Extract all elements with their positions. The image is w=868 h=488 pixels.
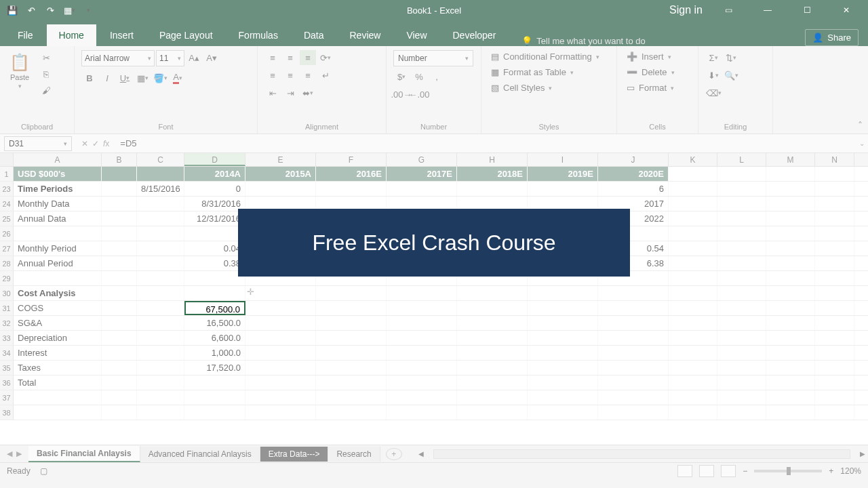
row-header[interactable]: 23 [0,182,14,196]
font-name-combo[interactable]: Arial Narrow▾ [81,50,155,66]
signin-link[interactable]: Sign in [669,4,703,16]
tab-data[interactable]: Data [292,24,336,46]
cell[interactable] [669,331,717,345]
cell[interactable] [669,241,717,256]
cell[interactable] [766,167,815,181]
cell[interactable] [457,405,528,420]
sheet-nav-prev-icon[interactable]: ◀ [7,449,12,458]
cell[interactable] [669,375,717,390]
qat-borders-icon[interactable]: ▦▾ [64,5,75,16]
cell[interactable] [245,390,316,405]
cell[interactable]: 8/15/2016 [137,182,184,196]
hscroll-left-icon[interactable]: ◀ [416,450,427,458]
cell[interactable] [815,182,854,196]
zoom-level[interactable]: 120% [840,466,861,476]
cell[interactable] [669,182,717,196]
cell[interactable] [14,226,102,241]
cell[interactable] [669,167,717,181]
row-header[interactable]: 34 [0,346,14,360]
cell[interactable] [717,226,766,241]
col-header[interactable]: I [528,153,598,166]
cell[interactable]: 6 [598,182,669,196]
format-cells-button[interactable]: ▭ Format ▾ [624,81,677,94]
sheet-tab[interactable]: Basic Financial Anlaysis [28,446,140,462]
cell[interactable] [102,256,137,270]
cell[interactable] [717,167,766,181]
cell[interactable] [598,405,669,420]
align-right-icon[interactable]: ≡ [300,68,316,83]
cell[interactable] [387,286,457,300]
cell[interactable] [815,211,854,226]
cell[interactable] [766,271,815,285]
col-header[interactable]: K [669,153,717,166]
cell[interactable] [815,375,854,390]
cell[interactable] [457,316,528,330]
enter-formula-icon[interactable]: ✓ [92,139,99,148]
tell-me-search[interactable]: 💡 Tell me what you want to do [521,36,645,46]
increase-font-icon[interactable]: A▴ [186,50,202,65]
expand-formula-icon[interactable]: ⌄ [856,140,868,147]
cell[interactable] [102,182,137,196]
cell[interactable] [815,286,854,300]
col-header[interactable]: E [245,153,316,166]
cell[interactable] [717,390,766,405]
cell[interactable] [598,346,669,360]
cell[interactable] [717,316,766,330]
select-all-corner[interactable] [0,153,14,166]
cell[interactable] [316,361,387,375]
row-header[interactable]: 36 [0,375,14,390]
col-header[interactable]: A [14,153,102,166]
formula-input[interactable]: =D5 [115,137,856,150]
ribbon-display-icon[interactable]: ▭ [715,1,742,20]
name-box[interactable]: D31▾ [4,136,72,151]
page-break-view-icon[interactable] [721,465,736,477]
fx-icon[interactable]: fx [103,139,109,148]
cell[interactable] [316,405,387,420]
cell[interactable] [137,197,184,211]
font-size-combo[interactable]: 11▾ [156,50,184,66]
clear-icon[interactable]: ⌫▾ [705,85,722,100]
cell[interactable] [316,301,387,315]
row-header[interactable]: 1 [0,167,14,181]
row-header[interactable]: 25 [0,211,14,226]
cell[interactable] [137,375,184,390]
cell[interactable] [102,301,137,315]
cell[interactable] [815,331,854,345]
cell[interactable] [137,226,184,241]
cell[interactable] [815,316,854,330]
cell[interactable] [815,301,854,315]
cell[interactable] [137,316,184,330]
cell[interactable] [766,331,815,345]
add-sheet-button[interactable]: + [386,448,402,460]
row-header[interactable]: 28 [0,256,14,270]
zoom-thumb[interactable] [787,467,791,475]
comma-icon[interactable]: , [429,69,445,84]
cell[interactable] [815,226,854,241]
cell[interactable]: 2019E [528,167,598,181]
cell[interactable] [815,256,854,270]
cell[interactable] [102,390,137,405]
row-header[interactable]: 38 [0,405,14,420]
cell[interactable] [245,405,316,420]
cell[interactable] [766,316,815,330]
cell[interactable] [245,346,316,360]
cell[interactable] [184,271,245,285]
cell[interactable] [387,331,457,345]
cell[interactable] [137,301,184,315]
copy-icon[interactable]: ⎘ [38,66,54,81]
cell[interactable] [245,331,316,345]
tab-formulas[interactable]: Formulas [226,24,290,46]
cell[interactable] [102,405,137,420]
cell[interactable] [717,211,766,226]
cell[interactable]: Time Periods [14,182,102,196]
cell[interactable]: 8/31/2016 [184,197,245,211]
cell[interactable] [184,390,245,405]
sheet-tab[interactable]: Advanced Financial Anlaysis [140,447,260,462]
cell[interactable] [14,271,102,285]
percent-icon[interactable]: % [411,69,427,84]
cell[interactable] [102,316,137,330]
cell[interactable] [457,390,528,405]
tab-review[interactable]: Review [338,24,393,46]
sort-filter-icon[interactable]: ⇅▾ [723,50,739,65]
row-header[interactable]: 31 [0,301,14,315]
